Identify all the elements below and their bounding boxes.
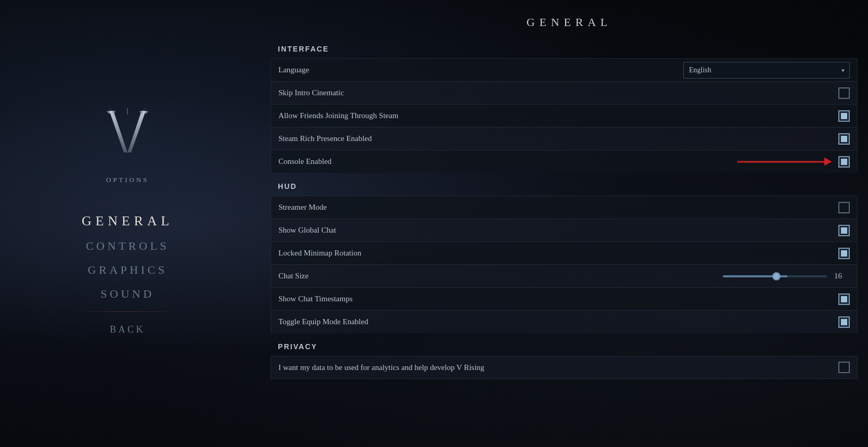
minimap-checkbox[interactable]: [838, 248, 850, 259]
analytics-control: [838, 362, 850, 373]
language-dropdown-wrapper: English French German Spanish: [683, 62, 850, 79]
streamer-mode-control: [838, 202, 850, 213]
setting-row-chat-size: Chat Size 16: [271, 264, 858, 287]
setting-row-analytics: I want my data to be used for analytics …: [271, 356, 858, 379]
setting-row-console-enabled: Console Enabled: [271, 150, 858, 173]
page-title: GENERAL: [271, 10, 868, 29]
steam-rich-presence-control: [838, 133, 850, 145]
minimap-label: Locked Minimap Rotation: [278, 249, 838, 258]
allow-friends-checkbox[interactable]: [838, 110, 850, 122]
global-chat-control: [838, 225, 850, 236]
chat-size-slider[interactable]: [723, 275, 827, 277]
section-header-interface: INTERFACE: [271, 40, 858, 58]
language-dropdown[interactable]: English French German Spanish: [683, 62, 850, 79]
analytics-checkbox[interactable]: [838, 362, 850, 373]
language-label: Language: [278, 66, 683, 74]
nav-item-general[interactable]: GENERAL: [61, 209, 194, 233]
steam-rich-presence-label: Steam Rich Presence Enabled: [278, 134, 838, 143]
nav-menu: GENERAL CONTROLS GRAPHICS SOUND BACK: [0, 209, 255, 339]
setting-row-streamer-mode: Streamer Mode: [271, 196, 858, 219]
setting-row-global-chat: Show Global Chat: [271, 219, 858, 241]
sidebar: OPTIONS GENERAL CONTROLS GRAPHICS SOUND …: [0, 0, 255, 447]
timestamps-control: [838, 293, 850, 305]
setting-row-steam-rich-presence: Steam Rich Presence Enabled: [271, 127, 858, 150]
section-header-hud: HUD: [271, 177, 858, 196]
streamer-mode-checkbox[interactable]: [838, 202, 850, 213]
global-chat-checkbox[interactable]: [838, 225, 850, 236]
setting-row-equip-mode: Toggle Equip Mode Enabled: [271, 310, 858, 333]
skip-intro-control: [838, 87, 850, 99]
allow-friends-label: Allow Friends Joining Through Steam: [278, 111, 838, 120]
nav-item-graphics[interactable]: GRAPHICS: [67, 259, 188, 281]
nav-divider: [75, 311, 180, 312]
steam-rich-presence-checkbox[interactable]: [838, 133, 850, 145]
setting-row-skip-intro: Skip Intro Cinematic: [271, 81, 858, 104]
arrow-line: [737, 161, 831, 162]
nav-item-controls[interactable]: CONTROLS: [65, 235, 190, 257]
options-label: OPTIONS: [106, 176, 149, 184]
settings-panel: INTERFACE Language English French German…: [271, 40, 868, 447]
console-enabled-control: [838, 156, 850, 168]
minimap-control: [838, 248, 850, 259]
section-header-privacy: PRIVACY: [271, 337, 858, 356]
logo-container: OPTIONS: [104, 108, 151, 194]
slider-container: 16: [723, 272, 850, 280]
nav-item-sound[interactable]: SOUND: [80, 283, 175, 305]
analytics-label: I want my data to be used for analytics …: [278, 363, 838, 372]
setting-row-timestamps: Show Chat Timestamps: [271, 287, 858, 310]
nav-back[interactable]: BACK: [89, 320, 166, 339]
skip-intro-label: Skip Intro Cinematic: [278, 88, 838, 97]
setting-row-language: Language English French German Spanish: [271, 58, 858, 81]
allow-friends-control: [838, 110, 850, 122]
chat-size-label: Chat Size: [278, 272, 723, 280]
chat-size-value: 16: [834, 272, 850, 280]
console-enabled-checkbox[interactable]: [838, 156, 850, 168]
equip-mode-checkbox[interactable]: [838, 316, 850, 328]
setting-row-minimap: Locked Minimap Rotation: [271, 241, 858, 264]
timestamps-checkbox[interactable]: [838, 293, 850, 305]
skip-intro-checkbox[interactable]: [838, 87, 850, 99]
main-content: GENERAL INTERFACE Language English Frenc…: [271, 0, 868, 447]
language-control: English French German Spanish: [683, 62, 850, 79]
logo-icon: [104, 108, 151, 165]
setting-row-allow-friends: Allow Friends Joining Through Steam: [271, 104, 858, 127]
arrow-indicator: [737, 161, 831, 162]
streamer-mode-label: Streamer Mode: [278, 203, 838, 212]
equip-mode-label: Toggle Equip Mode Enabled: [278, 317, 838, 326]
timestamps-label: Show Chat Timestamps: [278, 295, 838, 303]
equip-mode-control: [838, 316, 850, 328]
global-chat-label: Show Global Chat: [278, 226, 838, 235]
chat-size-control: 16: [723, 272, 850, 280]
